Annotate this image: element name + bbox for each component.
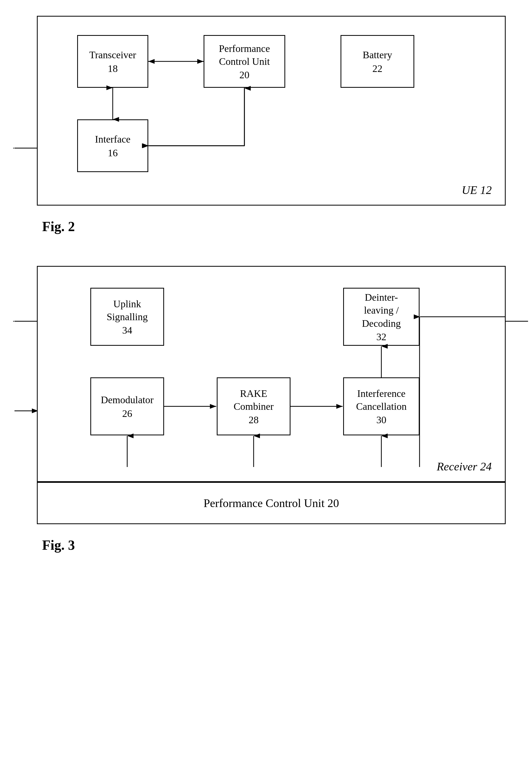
page-container: Transceiver 18 PerformanceControl Unit 2… <box>21 16 511 585</box>
deinterleave-label: Deinter-leaving /Decoding <box>362 291 401 330</box>
pcu-bottom-label: Performance Control Unit 20 <box>204 496 339 510</box>
fig2-wrapper: Transceiver 18 PerformanceControl Unit 2… <box>37 16 506 250</box>
demodulator-block: Demodulator 26 <box>90 377 164 435</box>
transceiver-block: Transceiver 18 <box>77 35 148 88</box>
fig3-receiver-label: Receiver 24 <box>437 460 492 473</box>
rake-num: 28 <box>249 414 259 426</box>
uplink-num: 34 <box>122 324 132 336</box>
deinterleave-block: Deinter-leaving /Decoding 32 <box>343 288 419 346</box>
demodulator-num: 26 <box>122 408 132 419</box>
pcu-label: PerformanceControl Unit <box>219 42 270 68</box>
interface-label: Interface <box>95 133 131 146</box>
battery-block: Battery 22 <box>340 35 414 88</box>
fig3-outer-arrow-demod <box>13 404 40 417</box>
fig2-outer-arrow <box>13 141 40 155</box>
interference-label: InterferenceCancellation <box>356 387 407 413</box>
battery-label: Battery <box>363 49 392 61</box>
fig2-caption: Fig. 2 <box>42 219 75 234</box>
fig2-outer-box: Transceiver 18 PerformanceControl Unit 2… <box>37 16 506 205</box>
transceiver-label: Transceiver <box>89 49 136 61</box>
transceiver-num: 18 <box>108 63 118 74</box>
interference-block: InterferenceCancellation 30 <box>343 377 419 435</box>
deinterleave-num: 32 <box>376 331 386 343</box>
fig3-caption-line: Fig. 3 <box>37 529 506 553</box>
battery-num: 22 <box>373 63 382 74</box>
fig2-caption-line: Fig. 2 <box>37 211 506 234</box>
interface-num: 16 <box>108 147 118 159</box>
fig3-caption: Fig. 3 <box>42 537 75 553</box>
rake-label: RAKECombiner <box>234 387 274 413</box>
pcu-block: PerformanceControl Unit 20 <box>204 35 285 88</box>
fig2-ue-label: UE 12 <box>462 183 492 197</box>
pcu-bottom-box: Performance Control Unit 20 <box>37 482 506 524</box>
uplink-label: UplinkSignalling <box>107 298 148 323</box>
uplink-block: UplinkSignalling 34 <box>90 288 164 346</box>
fig3-outer-arrow-right <box>503 315 529 328</box>
interface-block: Interface 16 <box>77 119 148 172</box>
demodulator-label: Demodulator <box>101 394 154 406</box>
pcu-num: 20 <box>240 69 249 81</box>
fig3-wrapper: UplinkSignalling 34 Deinter-leaving /Dec… <box>37 266 506 569</box>
rake-block: RAKECombiner 28 <box>217 377 290 435</box>
fig3-outer-arrow-uplink <box>13 315 40 328</box>
interference-num: 30 <box>376 414 386 426</box>
fig3-outer-box: UplinkSignalling 34 Deinter-leaving /Dec… <box>37 266 506 482</box>
